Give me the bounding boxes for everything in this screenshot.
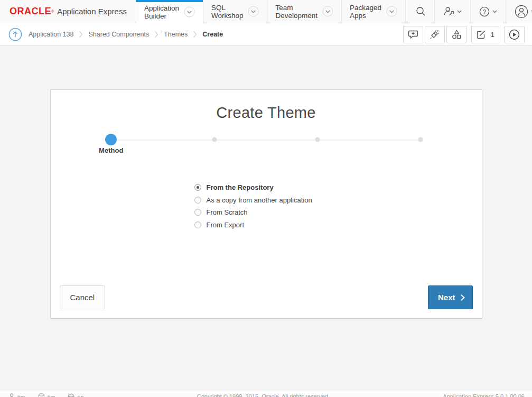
shapes-icon (451, 29, 462, 40)
tab-label: Team Development (275, 4, 318, 20)
breadcrumb: Application 138 Shared Components Themes… (29, 31, 223, 38)
main-content: Create Theme Method From the Repository … (0, 89, 532, 397)
arrow-up-circle-icon (8, 27, 22, 41)
step-dot-2 (212, 137, 217, 142)
chevron-down-icon[interactable] (322, 6, 333, 17)
admin-user-wrench-icon (443, 6, 454, 16)
next-button[interactable]: Next (428, 285, 473, 309)
tab-application-builder[interactable]: Application Builder (136, 0, 203, 23)
footer-language-value: en (77, 394, 83, 397)
header-utility-icons: ? (406, 0, 532, 23)
footer-version: Application Express 5.0.1.00.06 (443, 393, 525, 397)
radio-button-icon[interactable] (194, 197, 201, 204)
shared-components-button[interactable] (446, 26, 466, 43)
administration-menu[interactable] (434, 0, 470, 23)
step-dot-method (105, 134, 117, 145)
chevron-right-icon (460, 294, 465, 301)
radio-button-icon[interactable] (194, 209, 201, 216)
footer-session-info: tim tim en (8, 393, 84, 397)
tab-team-development[interactable]: Team Development (267, 0, 341, 23)
step-dot-4 (418, 137, 423, 142)
help-menu[interactable]: ? (470, 0, 506, 23)
feedback-button[interactable] (403, 26, 423, 43)
radio-from-the-repository[interactable]: From the Repository (194, 181, 338, 194)
search-icon (416, 6, 426, 16)
play-icon (509, 29, 520, 40)
edit-page-number: 1 (490, 31, 494, 39)
tab-sql-workshop[interactable]: SQL Workshop (203, 0, 267, 23)
wizard-button-bar: Cancel Next (60, 285, 473, 309)
radio-label: From the Repository (207, 183, 274, 191)
account-menu[interactable] (506, 0, 532, 23)
wizard-title: Create Theme (51, 104, 482, 122)
oracle-brand: ORACLE (10, 6, 51, 17)
footer-schema-value: tim (48, 394, 55, 397)
flashlight-icon (430, 29, 440, 40)
footer-user-value: tim (17, 394, 25, 397)
up-level-button[interactable] (8, 27, 22, 41)
database-icon (38, 393, 45, 397)
breadcrumb-separator-icon (154, 31, 158, 38)
chevron-down-icon (457, 10, 462, 13)
breadcrumb-separator-icon (193, 31, 197, 38)
progress-line (111, 140, 421, 141)
radio-from-scratch[interactable]: From Scratch (194, 206, 338, 219)
product-name: Application Express (57, 7, 127, 16)
step-label-method: Method (99, 146, 123, 154)
radio-label: From Export (207, 221, 245, 229)
run-page-button[interactable] (504, 26, 525, 43)
svg-text:?: ? (483, 8, 486, 15)
radio-button-icon[interactable] (194, 221, 201, 228)
help-icon: ? (479, 6, 490, 17)
footer-user: tim (8, 393, 25, 397)
oracle-logo: ORACLE® Application Express (0, 0, 136, 23)
edit-page-button[interactable]: 1 (471, 26, 499, 43)
breadcrumb-shared-components[interactable]: Shared Components (88, 31, 149, 38)
chevron-down-icon (492, 10, 497, 13)
tab-label: Packaged Apps (350, 4, 381, 20)
tab-label: Application Builder (144, 4, 179, 20)
chevron-down-icon[interactable] (248, 6, 259, 17)
tab-label: SQL Workshop (211, 4, 244, 20)
account-icon (515, 5, 528, 19)
wizard-progress: Method (51, 132, 482, 167)
breadcrumb-themes[interactable]: Themes (164, 31, 188, 38)
page-toolbar: 1 (403, 26, 525, 43)
user-icon (8, 393, 15, 397)
radio-label: From Scratch (207, 208, 248, 216)
breadcrumb-bar: Application 138 Shared Components Themes… (0, 23, 532, 46)
radio-from-export[interactable]: From Export (194, 219, 338, 232)
breadcrumb-create: Create (202, 31, 223, 38)
page-footer: tim tim en Copyright © 1999, 2015, Oracl… (0, 390, 532, 397)
create-theme-wizard-card: Create Theme Method From the Repository … (50, 89, 482, 319)
footer-language: en (68, 393, 83, 397)
step-dot-3 (315, 137, 320, 142)
edit-page-icon (476, 30, 486, 40)
search-button[interactable] (407, 0, 434, 23)
radio-button-icon[interactable] (194, 184, 201, 191)
registered-mark: ® (51, 9, 54, 14)
main-nav-tabs: Application Builder SQL Workshop Team De… (136, 0, 406, 23)
chevron-down-icon[interactable] (184, 6, 195, 17)
chevron-down-icon[interactable] (386, 6, 397, 17)
tab-packaged-apps[interactable]: Packaged Apps (341, 0, 406, 23)
method-radio-group: From the Repository As a copy from anoth… (194, 181, 338, 231)
breadcrumb-application[interactable]: Application 138 (29, 31, 73, 38)
radio-as-a-copy[interactable]: As a copy from another application (194, 194, 338, 207)
theme-roller-button[interactable] (425, 26, 445, 43)
footer-copyright: Copyright © 1999, 2015, Oracle. All righ… (197, 393, 330, 397)
breadcrumb-separator-icon (79, 31, 83, 38)
feedback-bubble-icon (408, 30, 418, 39)
next-button-label: Next (438, 293, 455, 302)
globe-icon (68, 393, 74, 397)
cancel-button[interactable]: Cancel (60, 285, 106, 309)
footer-schema: tim (38, 393, 55, 397)
radio-label: As a copy from another application (207, 196, 312, 204)
top-header: ORACLE® Application Express Application … (0, 0, 532, 23)
